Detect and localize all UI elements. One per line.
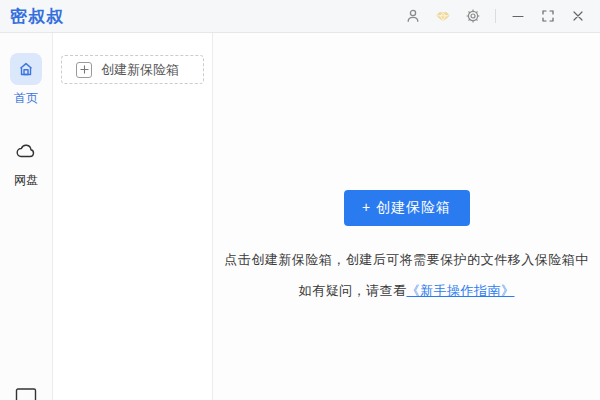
- hint-line1: 点击创建新保险箱，创建后可将需要保护的文件移入保险箱中: [224, 251, 589, 269]
- create-vault-button[interactable]: + 创建保险箱: [344, 190, 470, 226]
- titlebar-controls: [403, 6, 588, 26]
- plus-icon: [76, 62, 92, 78]
- create-new-vault-button[interactable]: 创建新保险箱: [61, 55, 204, 84]
- user-icon[interactable]: [403, 6, 423, 26]
- sidebar-item-netdisk[interactable]: 网盘: [10, 135, 42, 189]
- home-icon: [10, 53, 42, 85]
- cloud-icon: [10, 135, 42, 167]
- titlebar: 密叔叔: [0, 0, 600, 33]
- minimize-icon[interactable]: [508, 6, 528, 26]
- maximize-icon[interactable]: [538, 6, 558, 26]
- settings-gear-icon[interactable]: [463, 6, 483, 26]
- close-icon[interactable]: [568, 6, 588, 26]
- vip-diamond-icon[interactable]: [433, 6, 453, 26]
- device-icon[interactable]: [12, 388, 40, 400]
- sidebar-item-label: 首页: [14, 90, 38, 107]
- beginner-guide-link[interactable]: 《新手操作指南》: [407, 283, 515, 298]
- sidebar: 首页 网盘: [0, 33, 53, 400]
- create-new-vault-label: 创建新保险箱: [101, 61, 179, 79]
- vault-list-panel: 创建新保险箱: [53, 33, 213, 400]
- app-window: 密叔叔: [0, 0, 600, 400]
- app-logo: 密叔叔: [10, 5, 64, 28]
- main-content: + 创建保险箱 点击创建新保险箱，创建后可将需要保护的文件移入保险箱中 如有疑问…: [213, 33, 600, 400]
- sidebar-item-home[interactable]: 首页: [10, 53, 42, 107]
- titlebar-separator: [495, 9, 496, 23]
- hint-line2-text: 如有疑问，请查看: [299, 283, 407, 298]
- sidebar-item-label: 网盘: [14, 172, 38, 189]
- main-row: 首页 网盘: [0, 33, 600, 400]
- hint-line2: 如有疑问，请查看《新手操作指南》: [299, 282, 515, 300]
